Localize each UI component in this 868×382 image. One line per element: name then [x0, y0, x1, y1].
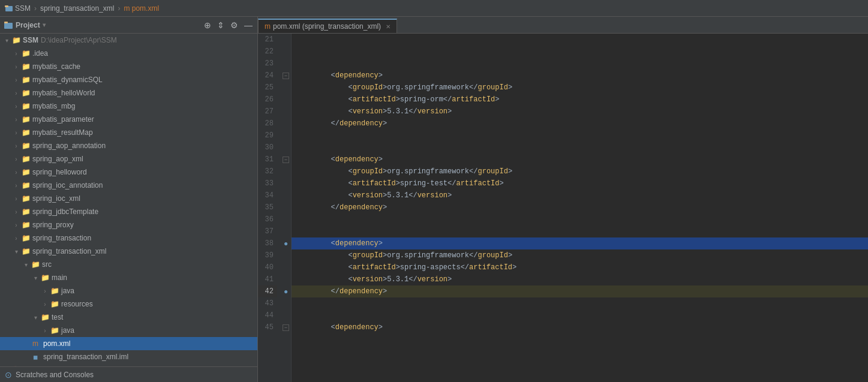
code-line-45[interactable]: <dependency> [292, 321, 868, 333]
code-line-30[interactable] [292, 142, 868, 154]
gutter-24[interactable]: − [281, 70, 291, 82]
tree-item-iml[interactable]: ◼ spring_transaction_xml.iml [0, 350, 257, 363]
tree-item-spring-jdbcTemplate[interactable]: › 📁 spring_jdbcTemplate [0, 205, 257, 218]
tree-arrow-mybatis-dynamicSQL[interactable]: › [12, 77, 20, 83]
tree-item-mybatis-resultMap[interactable]: › 📁 mybatis_resultMap [0, 126, 257, 139]
tree-arrow-mybatis-mbg[interactable]: › [12, 103, 20, 110]
code-line-27[interactable]: <version>5.3.1</version> [292, 106, 868, 118]
tree-arrow-spring-jdbcTemplate[interactable]: › [12, 209, 20, 215]
code-line-38[interactable]: <dependency> [292, 237, 868, 249]
tree-item-mybatis-helloWorld[interactable]: › 📁 mybatis_helloWorld [0, 86, 257, 100]
tree-item-java2[interactable]: › 📁 java [0, 324, 257, 337]
fold-marker-31[interactable]: − [283, 157, 289, 163]
tree-item-pom-xml[interactable]: m pom.xml [0, 337, 257, 350]
bottom-panel[interactable]: ⊙ Scratches and Consoles [0, 366, 257, 382]
tree-arrow-test[interactable]: ▾ [31, 314, 40, 321]
sidebar-add-btn[interactable]: ⊕ [203, 19, 212, 31]
tree-item-test[interactable]: ▾ 📁 test [0, 311, 257, 324]
folder-icon-spring-ioc-xml: 📁 [20, 194, 31, 203]
code-line-37[interactable] [292, 225, 868, 237]
code-line-44[interactable] [292, 309, 868, 321]
tree-item-main[interactable]: ▾ 📁 main [0, 271, 257, 284]
tree-arrow-spring-transaction-xml[interactable]: ▾ [12, 248, 20, 255]
tree-arrow-src[interactable]: ▾ [22, 261, 30, 268]
tree-item-ssm-root[interactable]: ▾ 📁 SSM D:\ideaProject\Apr\SSM [0, 34, 257, 47]
code-line-22[interactable] [292, 46, 868, 58]
tree-arrow-spring-helloword[interactable]: › [12, 169, 20, 176]
tree-arrow-resources[interactable]: › [41, 301, 49, 308]
tree-item-mybatis-parameter[interactable]: › 📁 mybatis_parameter [0, 113, 257, 126]
tree-item-spring-ioc-xml[interactable]: › 📁 spring_ioc_xml [0, 192, 257, 205]
tree-item-mybatis-mbg[interactable]: › 📁 mybatis_mbg [0, 100, 257, 113]
gutter-42[interactable]: ● [281, 285, 291, 297]
code-line-29[interactable] [292, 130, 868, 142]
tree-arrow-spring-ioc-annotation[interactable]: › [12, 182, 20, 189]
tree-arrow-spring-transaction[interactable]: › [12, 235, 20, 242]
tree-item-spring-helloword[interactable]: › 📁 spring_helloword [0, 166, 257, 179]
tree-arrow-mybatis-cache[interactable]: › [12, 64, 20, 70]
folder-icon-spring-ioc-annotation: 📁 [20, 181, 31, 190]
sidebar-dropdown-arrow[interactable]: ▾ [43, 22, 46, 28]
tree-arrow-mybatis-parameter[interactable]: › [12, 116, 20, 123]
code-line-43[interactable] [292, 297, 868, 309]
sidebar-minimize-btn[interactable]: — [243, 19, 254, 31]
tree-arrow-main[interactable]: ▾ [31, 275, 40, 281]
code-line-25[interactable]: <groupId>org.springframework</groupId> [292, 82, 868, 94]
bc-spring-transaction-xml[interactable]: spring_transaction_xml [40, 4, 114, 13]
code-line-32[interactable]: <groupId>org.springframework</groupId> [292, 166, 868, 178]
tab-close-btn[interactable]: ✕ [386, 23, 391, 30]
code-text-27: <version>5.3.1</version> [296, 106, 452, 118]
bc-pom-xml[interactable]: m pom.xml [124, 4, 159, 13]
gutter-38[interactable]: ● [281, 237, 291, 249]
code-line-24[interactable]: <dependency> [292, 70, 868, 82]
code-line-35[interactable]: </dependency> [292, 201, 868, 213]
tree-label-spring-transaction: spring_transaction [32, 234, 91, 242]
code-line-41[interactable]: <version>5.3.1</version> [292, 273, 868, 285]
sidebar-title-group[interactable]: Project ▾ [4, 20, 46, 30]
code-line-42[interactable]: </dependency> [292, 285, 868, 297]
tree-arrow-ssm[interactable]: ▾ [2, 37, 11, 44]
tree-item-resources[interactable]: › 📁 resources [0, 297, 257, 311]
tree-arrow-idea[interactable]: › [12, 50, 20, 57]
tree-item-src[interactable]: ▾ 📁 src [0, 258, 257, 271]
gutter-27 [281, 106, 291, 118]
tree-arrow-spring-ioc-xml[interactable]: › [12, 195, 20, 202]
tree-arrow-spring-proxy[interactable]: › [12, 222, 20, 228]
tree-item-spring-ioc-annotation[interactable]: › 📁 spring_ioc_annotation [0, 179, 257, 192]
editor-tab-pom-xml[interactable]: m pom.xml (spring_transaction_xml) ✕ [258, 19, 397, 33]
tree-arrow-mybatis-resultMap[interactable]: › [12, 130, 20, 136]
tree-arrow-mybatis-helloWorld[interactable]: › [12, 90, 20, 97]
tree-item-spring-transaction[interactable]: › 📁 spring_transaction [0, 231, 257, 245]
bc-ssm[interactable]: SSM [5, 4, 31, 13]
tree-arrow-java2[interactable]: › [41, 327, 49, 334]
code-line-21[interactable] [292, 34, 868, 46]
code-line-34[interactable]: <version>5.3.1</version> [292, 190, 868, 201]
code-area[interactable]: <dependency> <groupId>org.springframewor… [292, 34, 868, 382]
code-line-31[interactable]: <dependency> [292, 154, 868, 166]
code-line-36[interactable] [292, 213, 868, 225]
tree-item-mybatis-cache[interactable]: › 📁 mybatis_cache [0, 60, 257, 73]
fold-marker-45[interactable]: − [283, 324, 289, 331]
tree-item-mybatis-dynamicSQL[interactable]: › 📁 mybatis_dynamicSQL [0, 73, 257, 86]
code-line-23[interactable] [292, 58, 868, 70]
gutter-45[interactable]: − [281, 321, 291, 333]
gutter-marker-38: ● [284, 239, 288, 248]
fold-marker-24[interactable]: − [283, 73, 289, 79]
code-line-40[interactable]: <artifactId>spring-aspects</artifactId> [292, 261, 868, 273]
tree-item-spring-proxy[interactable]: › 📁 spring_proxy [0, 218, 257, 231]
code-line-28[interactable]: </dependency> [292, 118, 868, 130]
tree-arrow-spring-aop-annotation[interactable]: › [12, 143, 20, 149]
sidebar-settings-btn[interactable]: ⚙ [229, 19, 239, 31]
gutter-31[interactable]: − [281, 154, 291, 166]
tree-item-spring-aop-annotation[interactable]: › 📁 spring_aop_annotation [0, 139, 257, 152]
tree-item-java[interactable]: › 📁 java [0, 284, 257, 297]
code-line-33[interactable]: <artifactId>spring-test</artifactId> [292, 178, 868, 190]
tree-item-spring-transaction-xml[interactable]: ▾ 📁 spring_transaction_xml [0, 245, 257, 258]
tree-arrow-spring-aop-xml[interactable]: › [12, 156, 20, 163]
sidebar-collapse-btn[interactable]: ⇕ [216, 19, 226, 31]
code-line-39[interactable]: <groupId>org.springframework</groupId> [292, 249, 868, 261]
tree-item-idea[interactable]: › 📁 .idea [0, 47, 257, 60]
tree-item-spring-aop-xml[interactable]: › 📁 spring_aop_xml [0, 152, 257, 166]
tree-arrow-java[interactable]: › [41, 288, 49, 294]
code-line-26[interactable]: <artifactId>spring-orm</artifactId> [292, 94, 868, 106]
